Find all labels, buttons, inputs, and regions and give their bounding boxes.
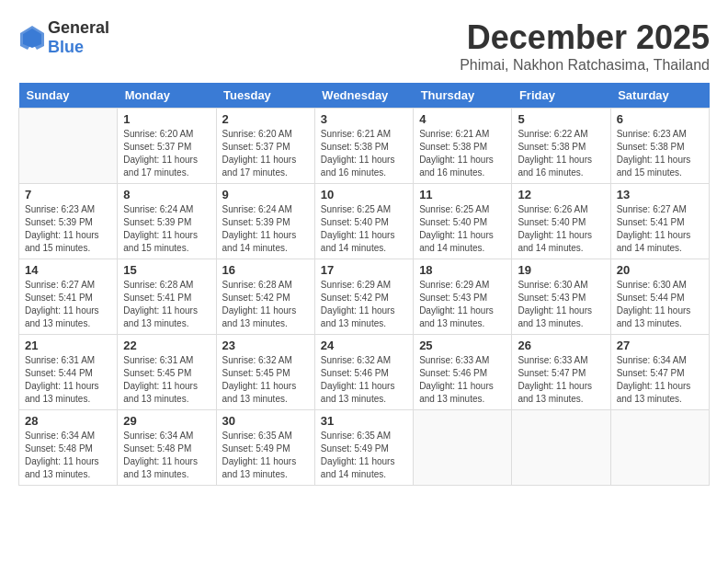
calendar-cell: 20Sunrise: 6:30 AM Sunset: 5:44 PM Dayli… [610, 259, 709, 335]
day-number: 6 [617, 112, 703, 126]
day-detail: Sunrise: 6:35 AM Sunset: 5:49 PM Dayligh… [222, 430, 309, 481]
weekday-header-monday: Monday [118, 83, 216, 109]
day-detail: Sunrise: 6:34 AM Sunset: 5:48 PM Dayligh… [25, 430, 111, 481]
logo-general-text: General [48, 18, 109, 37]
calendar-cell: 16Sunrise: 6:28 AM Sunset: 5:42 PM Dayli… [216, 259, 314, 335]
calendar-cell: 11Sunrise: 6:25 AM Sunset: 5:40 PM Dayli… [414, 184, 512, 259]
weekday-header-row: SundayMondayTuesdayWednesdayThursdayFrid… [19, 83, 710, 109]
day-number: 21 [25, 339, 111, 352]
day-number: 2 [222, 112, 309, 126]
calendar-cell: 13Sunrise: 6:27 AM Sunset: 5:41 PM Dayli… [610, 184, 709, 259]
calendar-cell: 15Sunrise: 6:28 AM Sunset: 5:41 PM Dayli… [118, 259, 216, 335]
day-number: 19 [518, 263, 604, 277]
day-number: 14 [25, 263, 111, 277]
day-detail: Sunrise: 6:29 AM Sunset: 5:42 PM Dayligh… [321, 279, 407, 330]
calendar-cell: 7Sunrise: 6:23 AM Sunset: 5:39 PM Daylig… [19, 184, 118, 259]
day-number: 26 [518, 339, 604, 352]
logo: General Blue [18, 18, 109, 57]
day-number: 29 [123, 414, 210, 428]
day-detail: Sunrise: 6:28 AM Sunset: 5:42 PM Dayligh… [222, 279, 309, 330]
calendar-cell: 24Sunrise: 6:32 AM Sunset: 5:46 PM Dayli… [314, 335, 413, 410]
day-detail: Sunrise: 6:34 AM Sunset: 5:47 PM Dayligh… [617, 354, 703, 406]
day-detail: Sunrise: 6:32 AM Sunset: 5:45 PM Dayligh… [222, 354, 309, 406]
calendar-cell: 6Sunrise: 6:23 AM Sunset: 5:38 PM Daylig… [610, 109, 709, 184]
calendar-cell [512, 410, 610, 486]
calendar-cell: 12Sunrise: 6:26 AM Sunset: 5:40 PM Dayli… [512, 184, 610, 259]
calendar-cell: 10Sunrise: 6:25 AM Sunset: 5:40 PM Dayli… [314, 184, 413, 259]
calendar-cell: 27Sunrise: 6:34 AM Sunset: 5:47 PM Dayli… [610, 335, 709, 410]
day-number: 30 [222, 414, 309, 428]
day-detail: Sunrise: 6:25 AM Sunset: 5:40 PM Dayligh… [321, 203, 407, 255]
day-number: 25 [419, 339, 506, 352]
day-number: 16 [222, 263, 309, 277]
calendar-cell: 9Sunrise: 6:24 AM Sunset: 5:39 PM Daylig… [216, 184, 314, 259]
day-number: 12 [518, 188, 604, 201]
day-number: 31 [321, 414, 407, 428]
day-detail: Sunrise: 6:28 AM Sunset: 5:41 PM Dayligh… [123, 279, 210, 330]
month-title: December 2025 [460, 18, 710, 57]
day-detail: Sunrise: 6:26 AM Sunset: 5:40 PM Dayligh… [518, 203, 604, 255]
day-detail: Sunrise: 6:29 AM Sunset: 5:43 PM Dayligh… [419, 279, 506, 330]
day-number: 3 [321, 112, 407, 126]
day-detail: Sunrise: 6:30 AM Sunset: 5:44 PM Dayligh… [617, 279, 703, 330]
day-detail: Sunrise: 6:24 AM Sunset: 5:39 PM Dayligh… [123, 203, 210, 255]
calendar-week-row-2: 14Sunrise: 6:27 AM Sunset: 5:41 PM Dayli… [19, 259, 710, 335]
day-detail: Sunrise: 6:22 AM Sunset: 5:38 PM Dayligh… [518, 128, 604, 179]
day-number: 4 [419, 112, 506, 126]
calendar-cell: 2Sunrise: 6:20 AM Sunset: 5:37 PM Daylig… [216, 109, 314, 184]
calendar-cell: 29Sunrise: 6:34 AM Sunset: 5:48 PM Dayli… [118, 410, 216, 486]
weekday-header-thursday: Thursday [414, 83, 512, 109]
calendar-week-row-1: 7Sunrise: 6:23 AM Sunset: 5:39 PM Daylig… [19, 184, 710, 259]
day-number: 27 [617, 339, 703, 352]
calendar-cell: 5Sunrise: 6:22 AM Sunset: 5:38 PM Daylig… [512, 109, 610, 184]
calendar-cell: 21Sunrise: 6:31 AM Sunset: 5:44 PM Dayli… [19, 335, 118, 410]
calendar-cell [19, 109, 118, 184]
day-detail: Sunrise: 6:20 AM Sunset: 5:37 PM Dayligh… [222, 128, 309, 179]
day-detail: Sunrise: 6:31 AM Sunset: 5:44 PM Dayligh… [25, 354, 111, 406]
day-detail: Sunrise: 6:35 AM Sunset: 5:49 PM Dayligh… [321, 430, 407, 481]
calendar-cell: 18Sunrise: 6:29 AM Sunset: 5:43 PM Dayli… [414, 259, 512, 335]
day-number: 13 [617, 188, 703, 201]
day-number: 8 [123, 188, 210, 201]
calendar-cell: 4Sunrise: 6:21 AM Sunset: 5:38 PM Daylig… [414, 109, 512, 184]
day-number: 1 [123, 112, 210, 126]
calendar-week-row-4: 28Sunrise: 6:34 AM Sunset: 5:48 PM Dayli… [19, 410, 710, 486]
logo-icon [18, 24, 46, 52]
day-number: 28 [25, 414, 111, 428]
day-detail: Sunrise: 6:21 AM Sunset: 5:38 PM Dayligh… [419, 128, 506, 179]
calendar-cell: 23Sunrise: 6:32 AM Sunset: 5:45 PM Dayli… [216, 335, 314, 410]
day-detail: Sunrise: 6:33 AM Sunset: 5:46 PM Dayligh… [419, 354, 506, 406]
day-number: 9 [222, 188, 309, 201]
day-detail: Sunrise: 6:20 AM Sunset: 5:37 PM Dayligh… [123, 128, 210, 179]
day-number: 24 [321, 339, 407, 352]
day-number: 20 [617, 263, 703, 277]
day-detail: Sunrise: 6:31 AM Sunset: 5:45 PM Dayligh… [123, 354, 210, 406]
calendar-cell: 26Sunrise: 6:33 AM Sunset: 5:47 PM Dayli… [512, 335, 610, 410]
calendar-cell: 3Sunrise: 6:21 AM Sunset: 5:38 PM Daylig… [314, 109, 413, 184]
day-detail: Sunrise: 6:23 AM Sunset: 5:38 PM Dayligh… [617, 128, 703, 179]
title-block: December 2025 Phimai, Nakhon Ratchasima,… [460, 18, 710, 74]
day-number: 23 [222, 339, 309, 352]
day-detail: Sunrise: 6:33 AM Sunset: 5:47 PM Dayligh… [518, 354, 604, 406]
calendar-cell: 28Sunrise: 6:34 AM Sunset: 5:48 PM Dayli… [19, 410, 118, 486]
day-detail: Sunrise: 6:27 AM Sunset: 5:41 PM Dayligh… [617, 203, 703, 255]
day-number: 11 [419, 188, 506, 201]
weekday-header-friday: Friday [512, 83, 610, 109]
day-detail: Sunrise: 6:21 AM Sunset: 5:38 PM Dayligh… [321, 128, 407, 179]
day-number: 7 [25, 188, 111, 201]
calendar-cell: 22Sunrise: 6:31 AM Sunset: 5:45 PM Dayli… [118, 335, 216, 410]
weekday-header-saturday: Saturday [610, 83, 709, 109]
location-subtitle: Phimai, Nakhon Ratchasima, Thailand [460, 57, 710, 74]
day-number: 5 [518, 112, 604, 126]
weekday-header-wednesday: Wednesday [314, 83, 413, 109]
calendar-week-row-0: 1Sunrise: 6:20 AM Sunset: 5:37 PM Daylig… [19, 109, 710, 184]
day-detail: Sunrise: 6:24 AM Sunset: 5:39 PM Dayligh… [222, 203, 309, 255]
calendar-cell: 30Sunrise: 6:35 AM Sunset: 5:49 PM Dayli… [216, 410, 314, 486]
weekday-header-tuesday: Tuesday [216, 83, 314, 109]
day-number: 22 [123, 339, 210, 352]
calendar-cell [414, 410, 512, 486]
day-detail: Sunrise: 6:23 AM Sunset: 5:39 PM Dayligh… [25, 203, 111, 255]
day-detail: Sunrise: 6:27 AM Sunset: 5:41 PM Dayligh… [25, 279, 111, 330]
day-number: 10 [321, 188, 407, 201]
calendar-cell: 14Sunrise: 6:27 AM Sunset: 5:41 PM Dayli… [19, 259, 118, 335]
